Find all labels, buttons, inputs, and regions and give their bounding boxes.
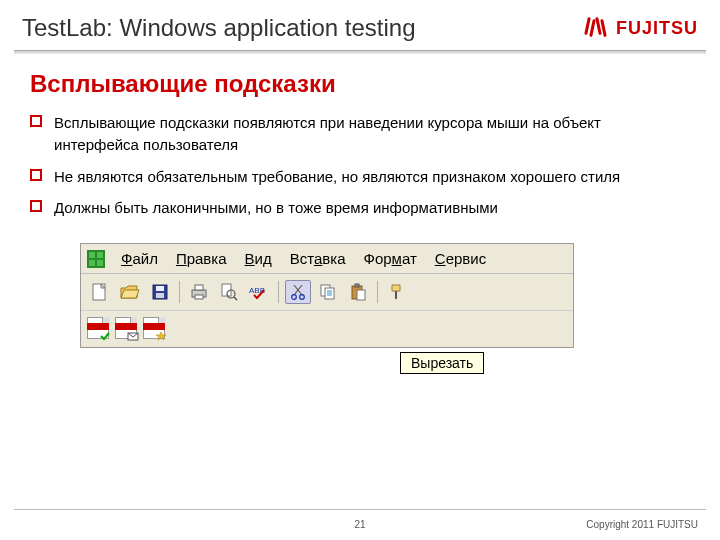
menu-file[interactable]: Файл	[113, 248, 166, 269]
excel-window: Файл Правка Вид Вставка Формат Сервис	[80, 243, 574, 348]
open-file-icon[interactable]	[117, 280, 143, 304]
spellcheck-icon[interactable]: ABB	[246, 280, 272, 304]
footer-divider	[14, 509, 706, 510]
cut-icon[interactable]	[285, 280, 311, 304]
square-bullet-icon	[30, 200, 42, 212]
menu-format[interactable]: Формат	[355, 248, 424, 269]
square-bullet-icon	[30, 169, 42, 181]
svg-marker-29	[156, 332, 166, 340]
slide-header: TestLab: Windows application testing FUJ…	[0, 0, 720, 46]
bullet-text: Всплывающие подсказки появляются при нав…	[54, 112, 690, 156]
excel-toolbar: ABB	[81, 274, 573, 310]
svg-rect-24	[355, 284, 359, 287]
menu-insert[interactable]: Вставка	[282, 248, 354, 269]
section-title: Всплывающие подсказки	[30, 70, 690, 98]
bullet-list: Всплывающие подсказки появляются при нав…	[30, 112, 690, 219]
print-preview-icon[interactable]	[216, 280, 242, 304]
brand-text: FUJITSU	[616, 18, 698, 39]
tooltip-cut: Вырезать	[400, 352, 484, 374]
svg-rect-5	[156, 286, 164, 291]
svg-point-16	[292, 295, 297, 300]
list-item: Не являются обязательным требование, но …	[30, 166, 690, 188]
slide-content: Всплывающие подсказки Всплывающие подска…	[0, 54, 720, 384]
format-painter-icon[interactable]	[384, 280, 410, 304]
menu-view[interactable]: Вид	[237, 248, 280, 269]
new-file-icon[interactable]	[87, 280, 113, 304]
list-item: Всплывающие подсказки появляются при нав…	[30, 112, 690, 156]
copyright: Copyright 2011 FUJITSU	[586, 519, 698, 530]
pdf-mail-icon[interactable]	[115, 317, 137, 339]
bullet-text: Должны быть лаконичными, но в тоже время…	[54, 197, 498, 219]
infinity-mark-icon	[584, 15, 610, 41]
print-icon[interactable]	[186, 280, 212, 304]
svg-rect-8	[195, 285, 203, 290]
header-title: TestLab: Windows application testing	[22, 14, 416, 42]
svg-rect-25	[357, 290, 365, 300]
excel-menubar: Файл Правка Вид Вставка Формат Сервис	[81, 244, 573, 274]
copy-icon[interactable]	[315, 280, 341, 304]
pdf-toolbar	[81, 310, 573, 347]
pdf-star-icon[interactable]	[143, 317, 165, 339]
toolbar-separator	[179, 281, 180, 303]
svg-rect-9	[195, 295, 203, 299]
toolbar-separator	[278, 281, 279, 303]
svg-point-17	[300, 295, 305, 300]
svg-marker-3	[121, 290, 139, 298]
excel-app-icon	[87, 250, 105, 268]
svg-rect-27	[395, 291, 397, 299]
square-bullet-icon	[30, 115, 42, 127]
svg-rect-6	[156, 293, 164, 298]
menu-edit[interactable]: Правка	[168, 248, 235, 269]
brand-logo: FUJITSU	[584, 15, 698, 41]
pdf-icon[interactable]	[87, 317, 109, 339]
bullet-text: Не являются обязательным требование, но …	[54, 166, 620, 188]
toolbar-separator	[377, 281, 378, 303]
page-number: 21	[354, 519, 365, 530]
list-item: Должны быть лаконичными, но в тоже время…	[30, 197, 690, 219]
save-icon[interactable]	[147, 280, 173, 304]
slide-footer: 21 Copyright 2011 FUJITSU	[0, 519, 720, 530]
svg-marker-26	[392, 285, 400, 291]
svg-line-12	[234, 297, 237, 300]
menu-tools[interactable]: Сервис	[427, 248, 494, 269]
paste-icon[interactable]	[345, 280, 371, 304]
excel-screenshot: Файл Правка Вид Вставка Формат Сервис	[80, 243, 574, 374]
